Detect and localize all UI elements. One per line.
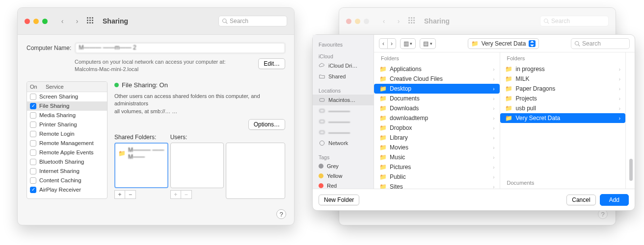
service-row-internet-sharing[interactable]: Internet Sharing	[27, 167, 107, 176]
users-list[interactable]	[170, 143, 224, 188]
nav-segment[interactable]: ‹ ›	[379, 38, 396, 49]
service-row-remote-apple-events[interactable]: Remote Apple Events	[27, 148, 107, 157]
permissions-list[interactable]	[226, 143, 285, 199]
folder-icon: 📁	[505, 105, 513, 112]
sidebar-item-macintosh[interactable]: Macintos…	[313, 95, 374, 105]
edit-button[interactable]: Edit…	[258, 58, 285, 69]
folder-music[interactable]: 📁Music›	[374, 152, 500, 162]
folder-very-secret-data[interactable]: 📁Very Secret Data›	[500, 113, 626, 123]
group-button[interactable]: ▤▾	[420, 38, 436, 49]
service-checkbox[interactable]	[30, 187, 36, 193]
col2-header: Folders	[500, 52, 626, 64]
add-button[interactable]: Add	[600, 194, 629, 206]
cancel-button[interactable]: Cancel	[566, 195, 595, 205]
computer-name-field[interactable]: M——— ——m—— 2	[75, 43, 285, 53]
scrollbar[interactable]	[629, 69, 634, 181]
service-row-content-caching[interactable]: Content Caching	[27, 176, 107, 185]
zoom-icon[interactable]	[42, 19, 48, 24]
path-popup[interactable]: 📁 Very Secret Data	[468, 38, 539, 49]
close-icon[interactable]	[25, 19, 30, 24]
service-row-media-sharing[interactable]: Media Sharing	[27, 111, 107, 120]
search-field[interactable]: Search	[218, 16, 287, 26]
service-checkbox[interactable]	[30, 131, 36, 137]
back-button: ‹	[379, 16, 389, 26]
remove-shared-folder-button[interactable]: −	[125, 190, 136, 199]
picker-search[interactable]: Search	[571, 38, 630, 49]
view-columns-button[interactable]: ▥▾	[400, 38, 416, 49]
shared-folder-item[interactable]: 📁 M——— ——M——	[115, 144, 167, 161]
folder-documents[interactable]: 📁Documents›	[374, 94, 500, 103]
service-checkbox[interactable]	[30, 149, 36, 156]
service-checkbox[interactable]	[30, 112, 36, 119]
traffic-lights[interactable]	[25, 19, 48, 24]
service-checkbox[interactable]	[30, 94, 36, 100]
chevron-right-icon: ›	[493, 67, 494, 72]
back-button[interactable]: ‹	[57, 16, 67, 26]
folder-dropbox[interactable]: 📁Dropbox›	[374, 123, 500, 133]
folder-pictures[interactable]: 📁Pictures›	[374, 162, 500, 172]
folder-paper-dragons[interactable]: 📁Paper Dragons›	[500, 84, 626, 94]
folder-creative-cloud-files[interactable]: 📁Creative Cloud Files›	[374, 74, 500, 84]
folder-public[interactable]: 📁Public›	[374, 172, 500, 182]
folder-movies[interactable]: 📁Movies›	[374, 143, 500, 152]
scroll-thumb[interactable]	[629, 159, 633, 181]
folder-desktop[interactable]: 📁Desktop›	[374, 84, 500, 94]
folder-projects[interactable]: 📁Projects›	[500, 94, 626, 103]
sidebar-item-loc2[interactable]: ————	[313, 105, 374, 116]
apps-grid-icon[interactable]	[87, 17, 95, 25]
sidebar-item-iclouddrive[interactable]: iCloud Dri…	[313, 60, 374, 71]
service-checkbox[interactable]	[30, 159, 36, 165]
column-2[interactable]: Folders 📁in progress›📁MILK›📁Paper Dragon…	[500, 52, 626, 189]
service-row-remote-management[interactable]: Remote Management	[27, 139, 107, 148]
tag-red[interactable]: Red	[313, 181, 374, 189]
sidebar-section-tags: Tags	[313, 152, 374, 161]
sidebar-item-network[interactable]: Network	[313, 138, 374, 148]
close-icon[interactable]	[346, 19, 351, 24]
folder-milk[interactable]: 📁MILK›	[500, 74, 626, 84]
users-label: Users:	[170, 134, 224, 141]
service-row-screen-sharing[interactable]: Screen Sharing	[27, 92, 107, 101]
service-checkbox[interactable]	[30, 140, 36, 147]
sidebar-item-loc4[interactable]: ————	[313, 127, 374, 138]
service-row-remote-login[interactable]: Remote Login	[27, 129, 107, 139]
service-row-airplay-receiver[interactable]: AirPlay Receiver	[27, 185, 107, 195]
tag-yellow[interactable]: Yellow	[313, 171, 374, 181]
service-row-bluetooth-sharing[interactable]: Bluetooth Sharing	[27, 157, 107, 167]
folder-applications[interactable]: 📁Applications›	[374, 64, 500, 74]
service-checkbox[interactable]	[30, 177, 36, 184]
options-button[interactable]: Options…	[248, 119, 285, 130]
services-table[interactable]: On Service Screen SharingFile SharingMed…	[27, 81, 107, 199]
col1-header: Folders	[374, 52, 500, 64]
folder-downloads[interactable]: 📁Downloads›	[374, 103, 500, 113]
column-1[interactable]: Folders 📁Applications›📁Creative Cloud Fi…	[374, 52, 500, 189]
help-button[interactable]: ?	[276, 209, 286, 219]
folder-icon: 📁	[505, 115, 513, 122]
folder-downloadtemp[interactable]: 📁downloadtemp›	[374, 113, 500, 123]
documents-header: Documents	[500, 174, 626, 189]
service-checkbox[interactable]	[30, 122, 36, 128]
minimize-icon[interactable]	[33, 19, 39, 24]
folder-icon: 📁	[379, 154, 387, 161]
chevron-right-icon: ›	[619, 86, 620, 92]
service-row-file-sharing[interactable]: File Sharing	[27, 101, 107, 111]
sidebar-item-loc3[interactable]: ————	[313, 116, 374, 127]
back-button[interactable]: ‹	[379, 38, 388, 49]
service-checkbox[interactable]	[30, 168, 36, 174]
service-checkbox[interactable]	[30, 103, 36, 109]
sidebar-item-shared[interactable]: Shared	[313, 71, 374, 82]
help-button[interactable]: ?	[598, 209, 608, 219]
forward-button[interactable]: ›	[388, 38, 396, 49]
folder-usb-pull[interactable]: 📁usb pull›	[500, 103, 626, 113]
add-shared-folder-button[interactable]: +	[114, 190, 125, 199]
svg-rect-7	[320, 131, 324, 134]
picker-sidebar[interactable]: Favourites iCloud iCloud Dri… Shared Loc…	[313, 35, 374, 189]
tag-grey[interactable]: Grey	[313, 161, 374, 171]
service-row-printer-sharing[interactable]: Printer Sharing	[27, 120, 107, 129]
shared-folders-list[interactable]: 📁 M——— ——M——	[114, 143, 168, 188]
forward-button[interactable]: ›	[72, 16, 82, 26]
folder-sites[interactable]: 📁Sites›	[374, 182, 500, 189]
folder-library[interactable]: 📁Library›	[374, 133, 500, 143]
folder-in-progress[interactable]: 📁in progress›	[500, 64, 626, 74]
new-folder-button[interactable]: New Folder	[319, 195, 359, 205]
minimize-icon[interactable]	[355, 19, 360, 24]
